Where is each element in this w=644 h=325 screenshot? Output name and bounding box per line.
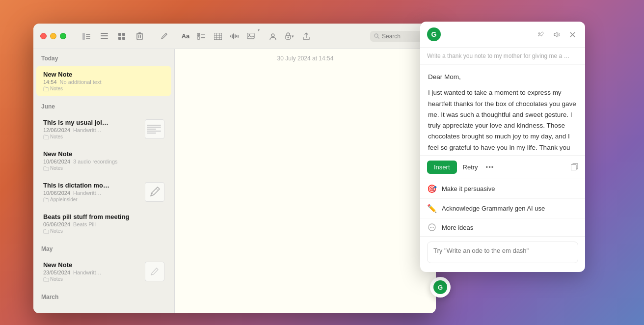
svg-rect-8 [122, 33, 125, 36]
svg-rect-14 [138, 35, 139, 38]
speaker-icon[interactable] [551, 28, 563, 40]
svg-rect-26 [232, 34, 233, 38]
note-thumbnail-2 [145, 119, 164, 139]
note-title: New Note [43, 261, 141, 269]
close-button[interactable] [40, 33, 47, 39]
note-meta: 10/06/2024 Handwritt… [43, 190, 141, 196]
note-folder: Notes [43, 165, 164, 171]
note-body[interactable] [175, 68, 436, 313]
svg-rect-9 [118, 37, 121, 40]
note-date: 10/06/2024 [43, 190, 70, 196]
persuasive-emoji: 🎯 [427, 184, 437, 193]
note-subtitle: Handwritt… [73, 127, 101, 133]
svg-point-32 [249, 34, 250, 35]
svg-rect-5 [101, 35, 108, 36]
note-date: 12/06/2024 [43, 127, 70, 133]
sidebar-toggle-icon[interactable] [79, 29, 94, 44]
svg-rect-6 [101, 38, 108, 39]
svg-rect-4 [101, 33, 108, 34]
grammarly-header-icons [535, 28, 578, 40]
note-item-4[interactable]: This is dictation mo… 10/06/2024 Handwri… [36, 177, 171, 207]
suggestion-more-ideas[interactable]: More ideas [420, 218, 585, 236]
waveform-icon[interactable] [227, 29, 242, 44]
acknowledge-emoji: ✏️ [427, 204, 437, 213]
checklist-icon[interactable] [194, 29, 209, 44]
svg-rect-40 [571, 164, 576, 170]
svg-rect-18 [197, 37, 200, 39]
insert-button[interactable]: Insert [427, 161, 457, 174]
svg-point-43 [431, 227, 432, 228]
list-view-icon[interactable] [97, 29, 111, 44]
grammarly-input-area [420, 236, 585, 272]
svg-line-37 [378, 37, 379, 39]
note-date: 06/06/2024 [43, 221, 70, 227]
note-editor: 30 July 2024 at 14:54 [175, 49, 436, 313]
delete-icon[interactable] [132, 29, 147, 44]
note-meta: 12/06/2024 Handwritt… [43, 127, 141, 133]
note-item-5[interactable]: Beats pill stuff from meeting 06/06/2024… [36, 208, 171, 239]
table-icon[interactable] [211, 29, 225, 44]
more-ideas-icon [427, 223, 437, 231]
title-bar: Aa [33, 24, 436, 49]
grid-view-icon[interactable] [114, 29, 129, 44]
note-folder: Notes [43, 86, 164, 91]
grammarly-header: G [420, 22, 585, 48]
notes-window: Aa [33, 24, 436, 313]
svg-rect-2 [86, 36, 90, 37]
svg-rect-20 [214, 33, 222, 40]
retry-button[interactable]: Retry [461, 161, 480, 174]
svg-rect-7 [118, 33, 121, 36]
note-subtitle: No additional text [60, 79, 102, 85]
grammarly-response: Dear Mom, I just wanted to take a moment… [420, 65, 585, 155]
grammarly-panel: G Write a thank y [420, 22, 585, 272]
lock-icon[interactable]: ▾ [282, 29, 297, 44]
note-date: 23/05/2024 [43, 270, 70, 275]
response-salutation: Dear Mom, [428, 72, 577, 82]
note-date-header: 30 July 2024 at 14:54 [175, 49, 436, 68]
grammarly-fab[interactable]: G [430, 277, 451, 298]
suggestion-persuasive-label: Make it persuasive [442, 185, 495, 192]
text-format-icon[interactable]: Aa [179, 29, 192, 44]
image-icon[interactable]: ▾ [244, 29, 259, 44]
note-folder: AppleInsider [43, 197, 141, 202]
svg-rect-15 [140, 35, 141, 38]
search-input[interactable] [382, 33, 421, 40]
note-subtitle: 3 audio recordings [73, 159, 118, 164]
suggestion-acknowledge[interactable]: ✏️ Acknowledge Grammarly gen AI use [420, 198, 585, 218]
minimize-button[interactable] [50, 33, 56, 39]
svg-rect-0 [82, 33, 85, 40]
maximize-button[interactable] [60, 33, 66, 39]
svg-rect-27 [233, 33, 234, 39]
note-item-1[interactable]: New Note 14:54 No additional text Notes [36, 66, 171, 96]
svg-rect-30 [238, 35, 239, 38]
svg-rect-17 [201, 34, 205, 35]
pin-icon[interactable] [535, 28, 547, 40]
note-meta: 14:54 No additional text [43, 79, 164, 85]
more-button[interactable]: ••• [484, 162, 496, 173]
note-subtitle: Beats Pill [73, 221, 96, 227]
grammarly-prompt-input[interactable] [427, 242, 578, 263]
share-icon[interactable] [299, 29, 314, 44]
note-folder: Notes [43, 228, 164, 234]
note-item-3[interactable]: New Note 10/06/2024 3 audio recordings N… [36, 145, 171, 176]
copy-button[interactable] [571, 163, 578, 172]
svg-rect-28 [235, 34, 236, 38]
note-subtitle: Handwritt… [73, 190, 101, 196]
grammarly-prompt: Write a thank you note to my mother for … [420, 48, 585, 65]
note-meta: 06/06/2024 Beats Pill [43, 221, 164, 227]
note-item-2[interactable]: This is my usual joi… 12/06/2024 Handwri… [36, 114, 171, 144]
traffic-lights [40, 33, 66, 39]
svg-point-33 [271, 34, 274, 37]
note-thumbnail-4 [145, 182, 164, 202]
new-note-icon[interactable] [157, 29, 171, 44]
suggestion-acknowledge-label: Acknowledge Grammarly gen AI use [442, 205, 545, 212]
svg-rect-19 [201, 37, 205, 38]
collaborate-icon[interactable] [266, 29, 280, 44]
note-item-6[interactable]: New Note 23/05/2024 Handwritt… Notes [36, 256, 171, 287]
svg-point-44 [433, 227, 434, 228]
svg-rect-11 [137, 34, 142, 40]
grammarly-logo: G [427, 27, 441, 41]
note-date: 14:54 [43, 79, 57, 85]
suggestion-persuasive[interactable]: 🎯 Make it persuasive [420, 179, 585, 198]
close-panel-icon[interactable] [566, 28, 578, 40]
